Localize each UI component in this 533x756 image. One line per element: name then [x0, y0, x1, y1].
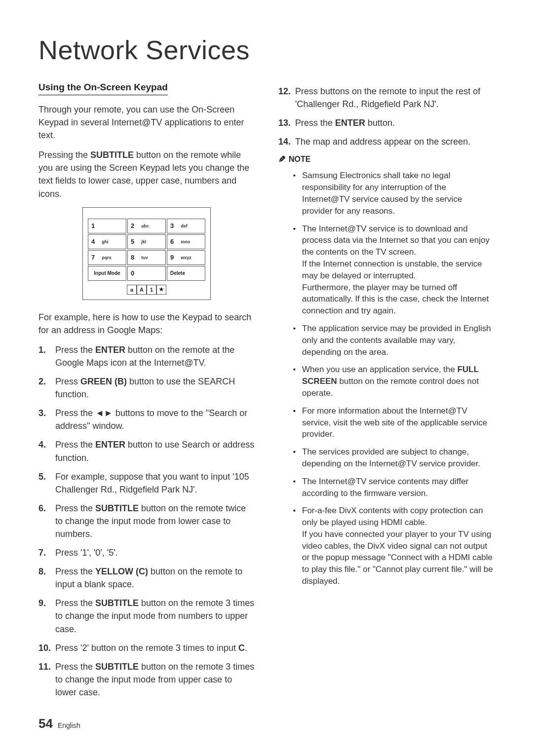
mode-star: ★ — [156, 285, 166, 295]
steps-right: Press buttons on the remote to input the… — [278, 85, 495, 148]
key-5: 5jkl — [127, 234, 166, 249]
intro-para-2: Pressing the SUBTITLE button on the remo… — [38, 149, 255, 200]
note-1: Samsung Electronics shall take no legal … — [293, 170, 495, 217]
note-5: For more information about the Internet@… — [293, 405, 495, 440]
keypad-row4: Input Mode 0 Delete — [88, 266, 205, 281]
mode-1: 1 — [147, 285, 156, 295]
note-3: The application service may be provided … — [293, 323, 495, 358]
step-5: For example, suppose that you want to in… — [38, 470, 255, 496]
key-1: 1 — [88, 219, 126, 233]
note-7: The Internet@TV service contents may dif… — [293, 476, 495, 499]
intro-para-1: Through your remote, you can use the On-… — [38, 103, 255, 142]
key-4: 4ghi — [88, 234, 126, 249]
key-2: 2abc — [127, 219, 166, 233]
mode-a: a — [127, 285, 137, 295]
right-column: Press buttons on the remote to input the… — [278, 82, 495, 705]
left-column: Using the On-Screen Keypad Through your … — [38, 82, 255, 705]
step-3: Press the ◄► buttons to move to the "Sea… — [38, 407, 255, 432]
key-0: 0 — [127, 266, 166, 281]
step-14: The map and address appear on the screen… — [278, 135, 495, 148]
step-2: Press GREEN (B) button to use the SEARCH… — [38, 375, 255, 401]
step-6: Press the SUBTITLE button on the remote … — [38, 502, 255, 540]
text: Pressing the — [38, 150, 90, 160]
note-label: NOTE — [289, 155, 310, 164]
note-4: When you use an application service, the… — [293, 364, 495, 399]
footer-lang: English — [58, 721, 80, 729]
example-intro: For example, here is how to use the Keyp… — [38, 311, 255, 337]
keypad-grid: 1 2abc 3def 4ghi 5jkl 6mno 7pqrs 8tuv 9w… — [88, 219, 205, 265]
key-delete: Delete — [167, 266, 205, 281]
note-heading: ✎ NOTE — [278, 154, 495, 165]
page-number: 54 — [38, 716, 53, 731]
key-3: 3def — [167, 219, 205, 233]
note-2: The Internet@TV service is to download a… — [293, 223, 495, 317]
note-icon: ✎ — [278, 154, 286, 165]
key-9: 9wxyz — [167, 250, 205, 265]
key-8: 8tuv — [127, 250, 166, 265]
step-1: Press the ENTER button on the remote at … — [38, 343, 255, 369]
step-4: Press the ENTER button to use Search or … — [38, 438, 255, 464]
step-9: Press the SUBTITLE button on the remote … — [38, 597, 255, 635]
note-list: Samsung Electronics shall take no legal … — [278, 170, 495, 587]
keypad-figure: 1 2abc 3def 4ghi 5jkl 6mno 7pqrs 8tuv 9w… — [82, 207, 211, 300]
step-7: Press '1', '0', '5'. — [38, 546, 255, 559]
step-12: Press buttons on the remote to input the… — [278, 85, 495, 111]
note-8: For-a-fee DivX contents with copy protec… — [293, 505, 495, 587]
step-10: Press '2' button on the remote 3 times t… — [38, 642, 255, 654]
section-heading: Using the On-Screen Keypad — [38, 82, 168, 95]
key-7: 7pqrs — [88, 250, 126, 265]
steps-left: Press the ENTER button on the remote at … — [38, 343, 255, 699]
mode-row: a A 1 ★ — [88, 285, 205, 295]
mode-A: A — [137, 285, 147, 295]
page-title: Network Services — [38, 35, 495, 65]
key-6: 6mno — [167, 234, 205, 249]
columns: Using the On-Screen Keypad Through your … — [38, 82, 495, 705]
note-6: The services provided are subject to cha… — [293, 446, 495, 470]
step-11: Press the SUBTITLE button on the remote … — [38, 660, 255, 699]
key-input-mode: Input Mode — [88, 266, 126, 281]
step-8: Press the YELLOW (C) button on the remot… — [38, 565, 255, 591]
footer: 54 English — [38, 716, 80, 731]
step-13: Press the ENTER button. — [278, 116, 495, 129]
subtitle-bold: SUBTITLE — [90, 150, 134, 160]
